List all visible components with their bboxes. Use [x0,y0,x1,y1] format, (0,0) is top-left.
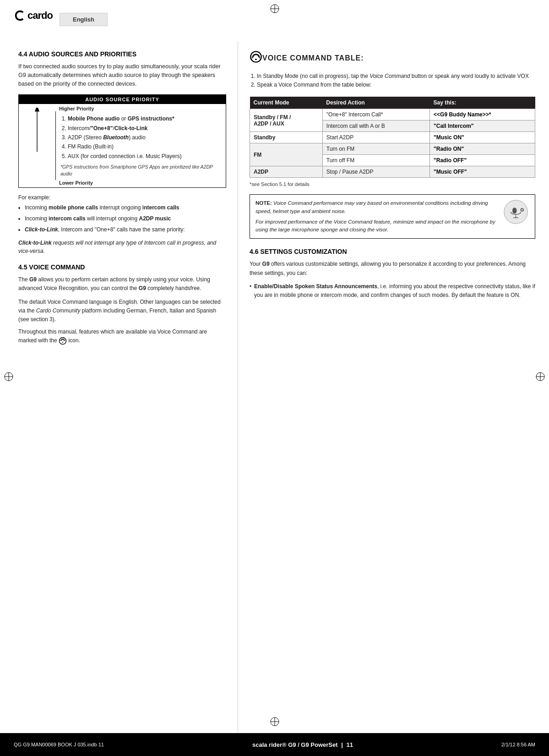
priority-item-4: FM Radio (Built-in) [68,142,221,151]
logo-area: cardo [14,9,53,22]
vc-row-1: Standby / FM /A2DP / AUX "One+8" Interco… [250,109,535,121]
priority-item-3: A2DP (Stereo Bluetooth) audio [68,133,221,142]
vc-action-5: Turn off FM [322,155,429,166]
vc-say-5: "Radio OFF" [430,155,535,166]
section-45-text1: The G9 allows you to perform certain act… [18,275,226,293]
section-45-text2: The default Voice Command language is En… [18,298,226,324]
for-example-label: For example: [18,194,226,201]
priority-table-body: Higher Priority Mobile Phone audio or GP… [19,104,226,187]
vc-action-6: Stop / Pause A2DP [322,166,429,178]
voice-command-icon-inline [59,337,67,345]
section-46-intro: Your G9 offers various customizable sett… [250,260,535,277]
section-46: 4.6 SETTINGS CUSTOMIZATION Your G9 offer… [250,248,535,300]
section-46-bullet-1: Enable/Disable Spoken Status Announcemen… [250,282,535,300]
col-say-this: Say this: [430,97,535,109]
vc-row-3: Standby Start A2DP "Music ON" [250,132,535,143]
vc-action-4: Turn on FM [322,143,429,155]
footer-right: 2/1/12 8:56 AM [501,742,535,747]
voice-command-table: Current Mode Desired Action Say this: St… [250,97,535,178]
click-to-link-note: Click-to-Link requests will not interrup… [18,239,226,255]
vc-action-1: "One+8" Intercom Call* [322,109,429,121]
vc-table-header-row: Current Mode Desired Action Say this: [250,97,535,109]
vc-row-4: FM Turn on FM "Radio ON" [250,143,535,155]
section-46-bullets: Enable/Disable Spoken Status Announcemen… [250,282,535,300]
lower-label: Lower Priority [55,180,226,187]
asterisk-note: *see Section 5.1 for details [250,181,535,187]
note-speaker-img [502,199,529,225]
priority-list: Mobile Phone audio or GPS instructions* … [60,114,221,161]
vc-say-1: <<G9 Buddy Name>>* [430,109,535,121]
header: cardo English [0,0,549,41]
svg-point-17 [255,59,257,60]
voice-command-section: VOICE COMMAND TABLE: In Standby Mode (no… [250,50,535,187]
voice-command-header: VOICE COMMAND TABLE: [250,50,535,66]
footer-left: QG G9 MAN00069 BOOK J 035.indb 11 [14,742,104,747]
footer-center: scala rider® G9 / G9 PowerSet | 11 [252,741,353,748]
note-box: NOTE: Voice Command performance may vary… [250,194,535,239]
vc-table-body: Standby / FM /A2DP / AUX "One+8" Interco… [250,109,535,178]
higher-label: Higher Priority [55,104,226,111]
vc-instruction-1: In Standby Mode (no call in progress), t… [257,72,535,81]
priority-item-1: Mobile Phone audio or GPS instructions* [68,114,221,123]
vc-instruction-list: In Standby Mode (no call in progress), t… [250,72,535,89]
vc-mode-6: A2DP [250,166,323,178]
voice-command-title: VOICE COMMAND TABLE: [262,54,364,62]
vc-row-6: A2DP Stop / Pause A2DP "Music OFF" [250,166,535,178]
vc-instruction-2: Speak a Voice Command from the table bel… [257,81,535,89]
bullet-3: Click-to-Link, Intercom and "One+8" call… [25,225,226,234]
speaker-icon [503,199,528,225]
vc-instructions: In Standby Mode (no call in progress), t… [250,72,535,89]
section-44-heading: 4.4 AUDIO SOURCES AND PRIORITIES [18,50,226,58]
section-45-heading: 4.5 VOICE COMMAND [18,263,226,271]
vc-action-3: Start A2DP [322,132,429,143]
section-45: 4.5 VOICE COMMAND The G9 allows you to p… [18,263,226,345]
section-46-heading: 4.6 SETTINGS CUSTOMIZATION [250,248,535,255]
priority-items: Mobile Phone audio or GPS instructions* … [55,111,226,180]
note-text-1: NOTE: Voice Command performance may vary… [255,199,496,215]
priority-footnote: *GPS instructions from Smartphone GPS Ap… [60,164,221,177]
note-box-inner: NOTE: Voice Command performance may vary… [255,199,529,234]
wifi-icon [250,50,262,63]
vc-table-head: Current Mode Desired Action Say this: [250,97,535,109]
vc-action-2: Intercom call with A or B [322,121,429,132]
bullet-2: Incoming intercom calls will interrupt o… [25,214,226,223]
svg-rect-19 [512,208,516,214]
priority-item-2: Intercom/"One+8"/Click-to-Link [68,124,221,133]
svg-point-14 [60,338,66,345]
vc-mode-4: FM [250,143,323,166]
logo-icon [14,9,27,22]
svg-point-23 [521,209,523,211]
priority-table-header: AUDIO SOURCE PRIORITY [19,95,226,104]
vc-say-3: "Music ON" [430,132,535,143]
vc-say-2: "Call Intercom" [430,121,535,132]
priority-arrow [26,108,48,153]
priority-item-5: AUX (for corded connection i.e. Music Pl… [68,152,221,161]
priority-labels [19,104,55,187]
bullet-1: Incoming mobile phone calls interrupt on… [25,203,226,212]
main-content: 4.4 AUDIO SOURCES AND PRIORITIES If two … [0,41,549,733]
vc-say-6: "Music OFF" [430,166,535,178]
section-45-text3: Throughout this manual, features which a… [18,328,226,345]
col-current-mode: Current Mode [250,97,323,109]
cardo-logo: cardo [14,9,53,22]
section-44-intro: If two connected audio sources try to pl… [18,62,226,88]
priority-table: AUDIO SOURCE PRIORITY [18,94,226,187]
footer: QG G9 MAN00069 BOOK J 035.indb 11 scala … [0,733,549,756]
note-text-content: NOTE: Voice Command performance may vary… [255,199,496,234]
vc-say-4: "Radio ON" [430,143,535,155]
vc-mode-1: Standby / FM /A2DP / AUX [250,109,323,132]
left-column: 4.4 AUDIO SOURCES AND PRIORITIES If two … [0,41,238,733]
higher-priority-label [26,108,48,153]
voice-command-icon [250,50,262,66]
col-desired-action: Desired Action [322,97,429,109]
note-text-2: For improved performance of the Voice Co… [255,218,496,234]
right-column: VOICE COMMAND TABLE: In Standby Mode (no… [238,41,549,733]
priority-bullets: Incoming mobile phone calls interrupt on… [18,203,226,235]
english-tab: English [60,13,108,26]
vc-mode-3: Standby [250,132,323,143]
section-44: 4.4 AUDIO SOURCES AND PRIORITIES If two … [18,50,226,255]
